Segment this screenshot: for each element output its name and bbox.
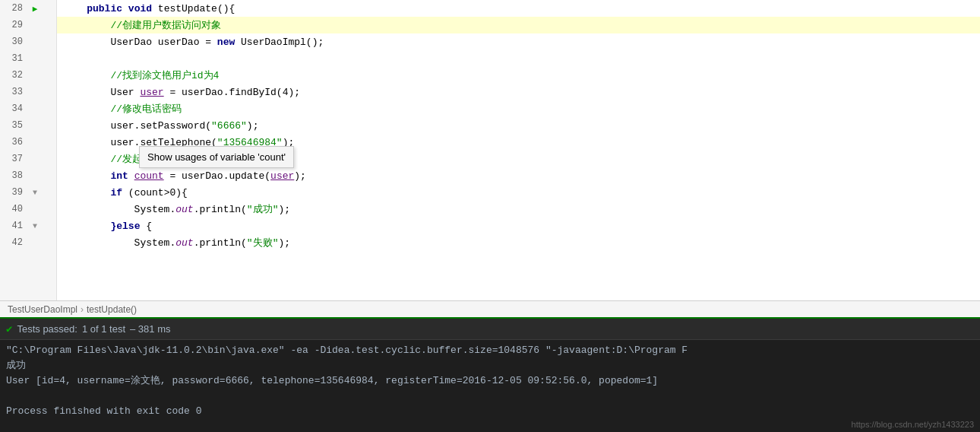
code-line-41: }else { bbox=[57, 218, 980, 234]
code-line-34: //修改电话密码 bbox=[57, 100, 980, 117]
run-icon[interactable]: ▶ bbox=[29, 4, 41, 14]
code-line-28: public void testUpdate(){ bbox=[57, 0, 980, 17]
fold-icon-39[interactable]: ▼ bbox=[29, 189, 41, 197]
tooltip-show-usages[interactable]: Show usages of variable 'count' bbox=[139, 146, 294, 168]
console-area: "C:\Program Files\Java\jdk-11.0.2\bin\ja… bbox=[0, 340, 980, 422]
console-line-2: User [id=4, username=涂文艳, password=6666,… bbox=[6, 373, 974, 389]
breadcrumb-separator: › bbox=[81, 304, 84, 315]
console-line-4: Process finished with exit code 0 bbox=[6, 404, 974, 419]
console-line-3 bbox=[6, 389, 974, 404]
code-line-35: user.setPassword("6666"); bbox=[57, 117, 980, 134]
editor-area: 28 ▶ 29 30 31 32 bbox=[0, 0, 980, 300]
console-line-1: 成功 bbox=[6, 358, 974, 373]
code-line-32: //找到涂文艳用户id为4 bbox=[57, 67, 980, 84]
code-line-38: int count = userDao.update(user); bbox=[57, 167, 980, 184]
fold-icon-41[interactable]: ▼ bbox=[29, 222, 41, 230]
breadcrumb-method: testUpdate() bbox=[87, 304, 137, 315]
tests-passed-bar: ✔ Tests passed: 1 of 1 test – 381 ms bbox=[0, 319, 980, 340]
code-line-42: System.out.println("失败"); bbox=[57, 234, 980, 251]
breadcrumb-bar: TestUserDaoImpl › testUpdate() bbox=[0, 300, 980, 317]
code-line-40: System.out.println("成功"); bbox=[57, 201, 980, 218]
code-line-30: UserDao userDao = new UserDaoImpl(); bbox=[57, 33, 980, 50]
csdn-watermark: https://blog.csdn.net/yzh1433223 bbox=[852, 420, 974, 429]
bottom-panel: ✔ Tests passed: 1 of 1 test – 381 ms "C:… bbox=[0, 317, 980, 432]
code-line-29: //创建用户数据访问对象 bbox=[57, 17, 980, 33]
code-line-31 bbox=[57, 50, 980, 67]
console-line-0: "C:\Program Files\Java\jdk-11.0.2\bin\ja… bbox=[6, 343, 974, 358]
breadcrumb-class: TestUserDaoImpl bbox=[8, 304, 77, 315]
check-icon: ✔ bbox=[6, 322, 12, 335]
code-line-39: if (count>0){ bbox=[57, 184, 980, 201]
tests-time: – 381 ms bbox=[130, 323, 170, 335]
tests-count: 1 of 1 test bbox=[82, 323, 125, 335]
line-gutter: 28 ▶ 29 30 31 32 bbox=[0, 0, 57, 300]
tests-passed-label: Tests passed: bbox=[17, 323, 77, 335]
code-line-33: User user = userDao.findById(4); bbox=[57, 84, 980, 100]
